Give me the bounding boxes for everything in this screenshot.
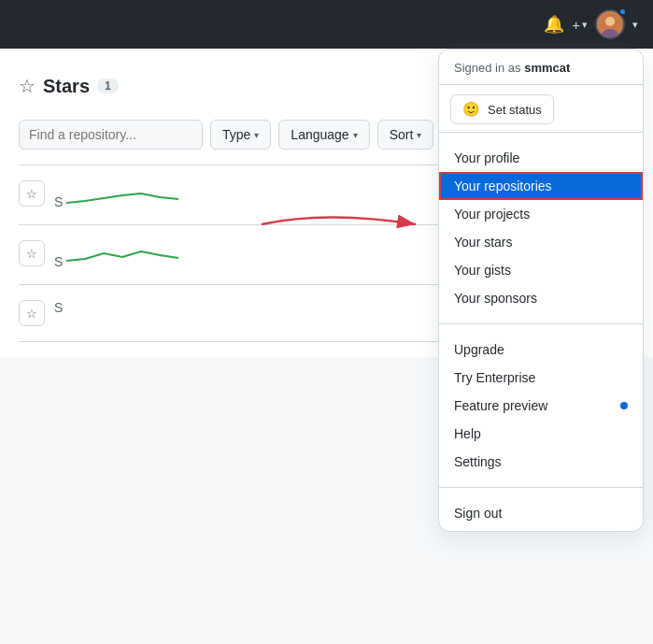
language-chevron-icon: ▾ bbox=[353, 130, 358, 140]
repo-star-button-1[interactable]: ☆ bbox=[19, 180, 45, 207]
divider-3 bbox=[439, 487, 643, 488]
your-repositories-label: Your repositories bbox=[454, 179, 552, 193]
your-projects-label: Your projects bbox=[454, 207, 530, 222]
avatar-chevron-icon[interactable]: ▾ bbox=[632, 19, 638, 31]
arrow-annotation bbox=[252, 201, 439, 250]
settings-item[interactable]: Settings bbox=[439, 448, 643, 476]
type-filter-button[interactable]: Type ▾ bbox=[210, 120, 271, 150]
your-gists-label: Your gists bbox=[454, 263, 511, 278]
upgrade-label: Upgrade bbox=[454, 342, 504, 357]
create-menu-button[interactable]: + ▾ bbox=[572, 17, 588, 33]
your-sponsors-item[interactable]: Your sponsors bbox=[439, 284, 643, 312]
sort-chevron-icon: ▾ bbox=[417, 130, 421, 140]
repo-star-button-3[interactable]: ☆ bbox=[19, 300, 45, 326]
repo-label-1: S bbox=[54, 194, 63, 209]
your-sponsors-label: Your sponsors bbox=[454, 291, 537, 306]
your-projects-item[interactable]: Your projects bbox=[439, 200, 643, 228]
repo-chart-2 bbox=[66, 244, 178, 266]
language-filter-button[interactable]: Language ▾ bbox=[278, 120, 369, 150]
your-stars-label: Your stars bbox=[454, 235, 513, 250]
notifications-icon[interactable]: 🔔 bbox=[544, 14, 564, 35]
signout-section: Sign out bbox=[439, 495, 643, 531]
username: smmcat bbox=[524, 61, 570, 75]
search-input[interactable] bbox=[19, 120, 203, 150]
top-navigation: 🔔 + ▾ ▾ bbox=[0, 0, 653, 49]
upgrade-item[interactable]: Upgrade bbox=[439, 336, 643, 364]
stars-title: Stars bbox=[43, 76, 90, 97]
dropdown-header: Signed in as smmcat bbox=[439, 50, 643, 85]
language-label: Language bbox=[291, 127, 348, 142]
profile-section: Your profile Your repositories Your proj… bbox=[439, 140, 643, 316]
type-label: Type bbox=[222, 127, 250, 142]
help-item[interactable]: Help bbox=[439, 420, 643, 448]
svg-point-1 bbox=[605, 17, 615, 26]
your-repositories-item[interactable]: Your repositories bbox=[439, 172, 643, 200]
signed-in-text: Signed in as bbox=[454, 61, 524, 75]
feature-preview-dot bbox=[620, 402, 628, 409]
star-outline-icon: ☆ bbox=[19, 75, 35, 97]
try-enterprise-label: Try Enterprise bbox=[454, 370, 535, 385]
user-dropdown-menu: Signed in as smmcat 🙂 Set status Your pr… bbox=[438, 49, 644, 532]
settings-label: Settings bbox=[454, 454, 502, 469]
user-menu-button[interactable] bbox=[595, 9, 625, 39]
repo-star-button-2[interactable]: ☆ bbox=[19, 240, 45, 266]
smiley-icon: 🙂 bbox=[462, 101, 480, 118]
set-status-button[interactable]: 🙂 Set status bbox=[450, 94, 554, 124]
nav-icons: 🔔 + ▾ ▾ bbox=[544, 9, 638, 39]
feature-preview-item[interactable]: Feature preview bbox=[439, 392, 643, 420]
sign-out-item[interactable]: Sign out bbox=[439, 499, 643, 527]
your-gists-item[interactable]: Your gists bbox=[439, 256, 643, 284]
plus-chevron-icon: ▾ bbox=[582, 19, 588, 31]
sign-out-label: Sign out bbox=[454, 506, 502, 521]
set-status-label: Set status bbox=[488, 103, 542, 117]
repo-label-2: S bbox=[54, 254, 63, 269]
repo-label-3: S bbox=[54, 300, 63, 315]
divider-1 bbox=[439, 132, 643, 133]
type-chevron-icon: ▾ bbox=[254, 130, 259, 140]
feature-preview-label: Feature preview bbox=[454, 398, 547, 413]
avatar-notification-dot bbox=[618, 7, 627, 16]
try-enterprise-item[interactable]: Try Enterprise bbox=[439, 364, 643, 392]
your-profile-label: Your profile bbox=[454, 150, 519, 165]
help-label: Help bbox=[454, 426, 481, 441]
your-stars-item[interactable]: Your stars bbox=[439, 228, 643, 256]
divider-2 bbox=[439, 323, 643, 324]
stars-count-badge: 1 bbox=[97, 79, 119, 93]
plus-icon: + bbox=[572, 17, 580, 33]
sort-filter-button[interactable]: Sort ▾ bbox=[377, 120, 434, 150]
repo-chart-1 bbox=[66, 184, 178, 207]
sort-label: Sort bbox=[390, 127, 414, 142]
your-profile-item[interactable]: Your profile bbox=[439, 144, 643, 172]
extras-section: Upgrade Try Enterprise Feature preview H… bbox=[439, 332, 643, 479]
